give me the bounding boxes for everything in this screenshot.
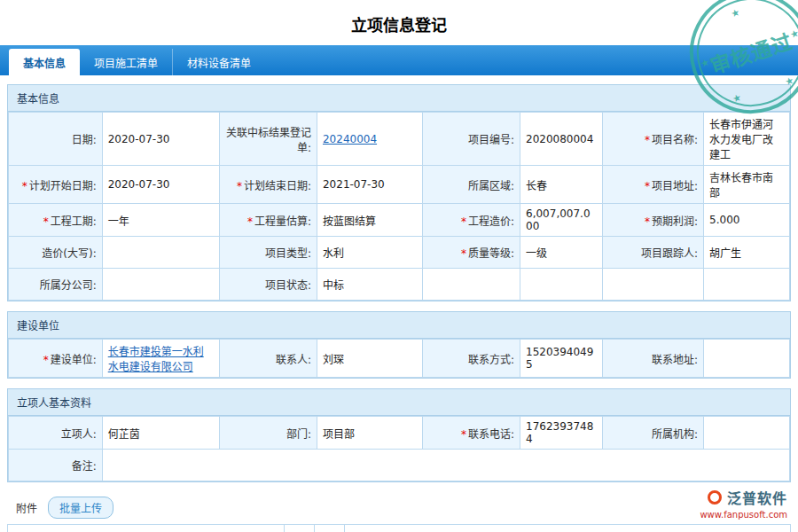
contact-address-value bbox=[704, 340, 790, 378]
department-value: 项目部 bbox=[317, 417, 422, 450]
project-cost-value: 6,007,007.000 bbox=[520, 204, 603, 237]
empty-cell bbox=[520, 269, 603, 301]
contact-method-value: 15203940495 bbox=[520, 340, 603, 378]
attachment-section: 附件 批量上传 bbox=[7, 492, 791, 520]
table-row: 立项人: 何芷茵 部门: 项目部 *联系电话: 17623937484 所属机构… bbox=[9, 417, 790, 450]
project-address-value: 吉林长春市南部 bbox=[704, 166, 790, 204]
brand-name: 泛普软件 bbox=[727, 487, 787, 508]
construction-unit-table: *建设单位: 长春市建投第一水利水电建设有限公司 联系人: 刘琛 联系方式: 1… bbox=[8, 339, 790, 378]
project-name-label: *项目名称: bbox=[602, 113, 704, 166]
fanpu-logo-icon bbox=[708, 490, 722, 505]
project-name-value: 长春市伊通河水力发电厂改建工 bbox=[704, 113, 790, 166]
cutoff-cell bbox=[345, 525, 790, 532]
expected-profit-value: 5.000 bbox=[704, 204, 790, 237]
construction-unit-label: *建设单位: bbox=[9, 340, 103, 378]
table-row: 造价(大写): 项目类型: 水利 *质量等级: 一级 项目跟踪人: 胡广生 bbox=[9, 237, 790, 269]
region-label: 所属区域: bbox=[422, 166, 520, 204]
project-tracker-label: 项目跟踪人: bbox=[602, 237, 704, 269]
related-bid-result-label: 关联中标结果登记单: bbox=[219, 113, 317, 166]
project-duration-label: *工程工期: bbox=[9, 204, 103, 237]
expected-profit-label: *预期利润: bbox=[602, 204, 704, 237]
attachment-label: 附件 bbox=[16, 500, 37, 515]
section-basic-info: 基本信息 日期: 2020-07-30 关联中标结果登记单: 20240004 … bbox=[7, 84, 791, 301]
project-type-value: 水利 bbox=[317, 237, 422, 269]
page-title: 立项信息登记 bbox=[0, 0, 798, 45]
initiator-label: 立项人: bbox=[9, 417, 103, 450]
contact-phone-value: 17623937484 bbox=[520, 417, 603, 450]
construction-unit-link[interactable]: 长春市建投第一水利水电建设有限公司 bbox=[108, 346, 204, 373]
contact-address-label: 联系地址: bbox=[602, 340, 704, 378]
table-row: 所属分公司: 项目状态: 中标 bbox=[9, 269, 790, 301]
table-row: *计划开始日期: 2020-07-30 *计划结束日期: 2021-07-30 … bbox=[9, 166, 790, 204]
table-row: *建设单位: 长春市建投第一水利水电建设有限公司 联系人: 刘琛 联系方式: 1… bbox=[9, 340, 790, 378]
contact-phone-label: *联系电话: bbox=[422, 417, 520, 450]
related-bid-result-link[interactable]: 20240004 bbox=[323, 133, 377, 145]
basic-info-table: 日期: 2020-07-30 关联中标结果登记单: 20240004 项目编号:… bbox=[8, 112, 790, 301]
required-marker: * bbox=[645, 180, 650, 192]
tab-material-equipment-list[interactable]: 材料设备清单 bbox=[173, 49, 265, 75]
project-status-label: 项目状态: bbox=[219, 269, 317, 301]
project-duration-value: 一年 bbox=[102, 204, 219, 237]
related-bid-result-value: 20240004 bbox=[317, 113, 422, 166]
branch-company-value bbox=[102, 269, 219, 301]
required-marker: * bbox=[645, 215, 650, 228]
required-marker: * bbox=[247, 215, 253, 228]
branch-company-label: 所属分公司: bbox=[9, 269, 103, 301]
contact-person-value: 刘琛 bbox=[317, 340, 422, 378]
project-cost-label: *工程造价: bbox=[422, 204, 520, 237]
table-row: *工程工期: 一年 *工程量估算: 按蓝图结算 *工程造价: 6,007,007… bbox=[9, 204, 790, 237]
initiator-value: 何芷茵 bbox=[102, 417, 219, 450]
cost-in-words-label: 造价(大写): bbox=[9, 237, 103, 269]
plan-end-date-label: *计划结束日期: bbox=[219, 166, 317, 204]
basic-section-title: 基本信息 bbox=[8, 85, 790, 112]
project-type-label: 项目类型: bbox=[219, 237, 317, 269]
required-marker: * bbox=[43, 215, 49, 228]
project-number-value: 2020080004 bbox=[520, 113, 603, 166]
required-marker: * bbox=[237, 180, 242, 192]
form-content: 基本信息 日期: 2020-07-30 关联中标结果登记单: 20240004 … bbox=[0, 75, 798, 520]
quality-grade-value: 一级 bbox=[520, 237, 603, 269]
quantity-estimate-value: 按蓝图结算 bbox=[317, 204, 422, 237]
region-value: 长春 bbox=[520, 166, 603, 204]
brand-website: www.fanpusoft.com bbox=[700, 510, 787, 520]
batch-upload-button[interactable]: 批量上传 bbox=[48, 497, 113, 519]
remark-value bbox=[102, 450, 789, 481]
empty-cell bbox=[704, 269, 790, 301]
section-construction-unit: 建设单位 *建设单位: 长春市建投第一水利水电建设有限公司 联系人: 刘琛 联系… bbox=[7, 311, 791, 379]
project-address-label: *项目地址: bbox=[602, 166, 704, 204]
cutoff-cell bbox=[8, 525, 285, 532]
cutoff-cell bbox=[315, 525, 345, 532]
tab-basic-info[interactable]: 基本信息 bbox=[9, 49, 80, 75]
table-row: 备注: bbox=[9, 450, 790, 481]
required-marker: * bbox=[22, 180, 27, 192]
plan-end-date-value: 2021-07-30 bbox=[317, 166, 422, 204]
tab-construction-list[interactable]: 项目施工清单 bbox=[80, 49, 173, 75]
empty-cell bbox=[602, 269, 704, 301]
footer-brand: 泛普软件 www.fanpusoft.com bbox=[700, 487, 787, 520]
department-label: 部门: bbox=[219, 417, 317, 450]
required-marker: * bbox=[461, 215, 466, 228]
remark-label: 备注: bbox=[9, 450, 103, 481]
plan-start-date-label: *计划开始日期: bbox=[9, 166, 103, 204]
cutoff-table-edge bbox=[7, 524, 791, 532]
quantity-estimate-label: *工程量估算: bbox=[219, 204, 317, 237]
cost-in-words-value bbox=[102, 237, 219, 269]
empty-cell bbox=[422, 269, 520, 301]
contact-method-label: 联系方式: bbox=[422, 340, 520, 378]
required-marker: * bbox=[461, 428, 466, 441]
required-marker: * bbox=[645, 134, 650, 146]
required-marker: * bbox=[43, 354, 49, 366]
initiator-section-title: 立项人基本资料 bbox=[8, 389, 790, 416]
tab-bar: 基本信息 项目施工清单 材料设备清单 bbox=[0, 45, 798, 75]
section-initiator-info: 立项人基本资料 立项人: 何芷茵 部门: 项目部 *联系电话: 17623937… bbox=[7, 388, 791, 482]
cutoff-cell bbox=[285, 525, 315, 532]
construction-unit-value: 长春市建投第一水利水电建设有限公司 bbox=[102, 340, 219, 378]
quality-grade-label: *质量等级: bbox=[422, 237, 520, 269]
project-number-label: 项目编号: bbox=[422, 113, 520, 166]
date-label: 日期: bbox=[9, 113, 103, 166]
table-row: 日期: 2020-07-30 关联中标结果登记单: 20240004 项目编号:… bbox=[9, 113, 790, 166]
plan-start-date-value: 2020-07-30 bbox=[102, 166, 219, 204]
initiator-table: 立项人: 何芷茵 部门: 项目部 *联系电话: 17623937484 所属机构… bbox=[8, 416, 790, 481]
organization-value bbox=[704, 417, 790, 450]
project-status-value: 中标 bbox=[317, 269, 422, 301]
